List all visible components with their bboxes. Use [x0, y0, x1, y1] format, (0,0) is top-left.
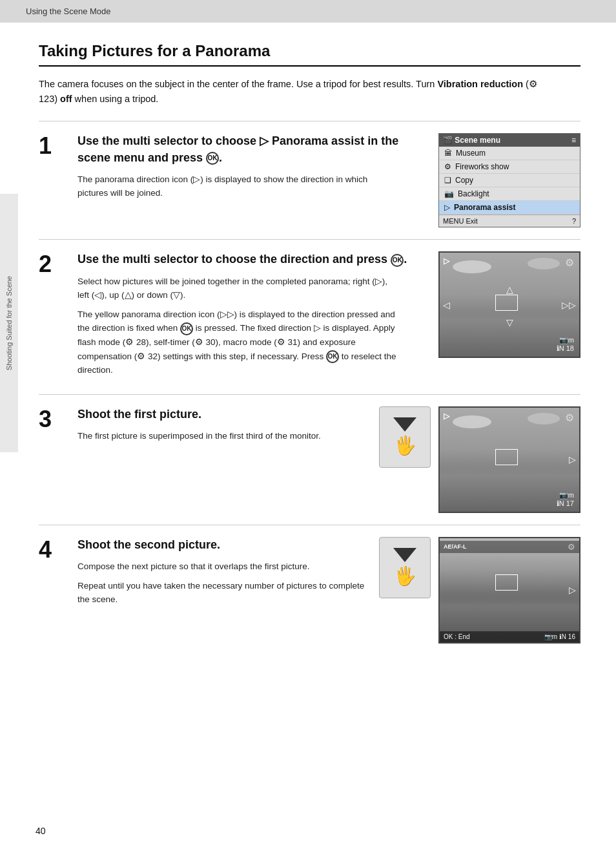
arrow-down-icon-4 [393, 548, 416, 562]
step-1-number: 1 [39, 134, 65, 227]
museum-icon: 🏛 [444, 149, 452, 158]
page-title: Taking Pictures for a Panorama [39, 42, 580, 67]
scene-menu-item-fireworks: ⚙ Fireworks show [439, 160, 580, 174]
step-4-heading: Shoot the second picture. [77, 537, 366, 553]
step-3: 3 Shoot the first picture. The first pic… [39, 394, 580, 525]
page-number: 40 [36, 826, 46, 836]
copy-icon: ❑ [444, 176, 451, 185]
counter-display-3: 📷m ℹN 17 [557, 491, 574, 508]
camera-screen-3: ▷ ⚙ ▷ 📷m ℹN 17 [438, 406, 580, 513]
counter-display-2: 📷m ℹN 18 [557, 336, 574, 353]
step-2-content: Use the multi selector to choose the dir… [77, 251, 413, 382]
ok-end-label: OK : End [444, 633, 470, 640]
fireworks-icon: ⚙ [444, 162, 451, 171]
scene-menu-item-copy: ❑ Copy [439, 174, 580, 187]
step-1: 1 Use the multi selector to choose ▷ Pan… [39, 121, 580, 239]
scene-menu-footer: MENU Exit ? [439, 215, 580, 227]
hand-icon: 🖐 [394, 435, 416, 456]
counter-display-4: 📷m ℹN 16 [544, 633, 575, 640]
breadcrumb: Using the Scene Mode [0, 0, 616, 23]
step-4: 4 Shoot the second picture. Compose the … [39, 525, 580, 655]
intro-bold: Vibration reduction [437, 79, 523, 89]
panorama-icon: ▷ [444, 203, 450, 212]
main-content: Taking Pictures for a Panorama The camer… [0, 23, 616, 675]
step-2-body: Select how pictures will be joined toget… [77, 275, 400, 377]
step-4-media: 🖐 AE/AF-L ⚙ ▷ OK : End 📷m ℹN 16 [379, 537, 580, 644]
panorama-marker-icon-3: ▷ [444, 412, 449, 421]
direction-arrow-4: ▷ [569, 585, 576, 595]
settings-icon: ⚙ [565, 257, 574, 269]
scene-menu-title: 🎬 Scene menu ≡ [439, 134, 580, 147]
scene-menu: 🎬 Scene menu ≡ 🏛 Museum ⚙ Fireworks show… [438, 133, 580, 227]
step-2-images: ▷ ⚙ △ ◁ ▷▷ ▽ 📷m ℹN 18 [426, 251, 580, 382]
focus-bracket [495, 295, 518, 311]
scene-menu-item-backlight: 📷 Backlight [439, 187, 580, 201]
step-3-heading: Shoot the first picture. [77, 406, 366, 423]
ae-af-label: AE/AF-L [444, 543, 467, 550]
panorama-marker-icon: ▷ [444, 257, 449, 266]
side-label: Shooting Suited for the Scene [0, 194, 18, 452]
focus-bracket-4 [495, 574, 518, 591]
step-4-number: 4 [39, 538, 65, 644]
arrow-down-icon [393, 417, 416, 432]
step-1-content: Use the multi selector to choose ▷ Panor… [77, 133, 413, 227]
scene-menu-item-museum: 🏛 Museum [439, 147, 580, 160]
step-4-body: Compose the next picture so that it over… [77, 560, 366, 607]
step-3-media: 🖐 ▷ ⚙ ▷ 📷m ℹN 17 [379, 406, 580, 513]
intro-end: when using a tripod. [72, 94, 159, 104]
camera-screen-4: AE/AF-L ⚙ ▷ OK : End 📷m ℹN 16 [438, 537, 580, 644]
step-1-body: The panorama direction icon (▷) is displ… [77, 173, 400, 200]
step-3-body: The first picture is superimposed in the… [77, 429, 366, 443]
settings-icon-4: ⚙ [568, 542, 575, 552]
intro-paragraph: The camera focuses on the subject in the… [39, 77, 555, 107]
camera-screen-2: ▷ ⚙ △ ◁ ▷▷ ▽ 📷m ℹN 18 [438, 251, 580, 358]
focus-bracket-3 [495, 449, 518, 465]
step-2: 2 Use the multi selector to choose the d… [39, 239, 580, 393]
intro-text-plain: The camera focuses on the subject in the… [39, 79, 437, 89]
step-1-images: 🎬 Scene menu ≡ 🏛 Museum ⚙ Fireworks show… [426, 133, 580, 227]
backlight-icon: 📷 [444, 189, 454, 198]
direction-arrow-3: ▷ [569, 454, 576, 465]
step-4-content: Shoot the second picture. Compose the ne… [77, 537, 366, 644]
shutter-button-4: 🖐 [379, 537, 431, 598]
hand-icon-4: 🖐 [394, 565, 416, 587]
step-2-heading: Use the multi selector to choose the dir… [77, 251, 413, 267]
step-2-number: 2 [39, 253, 65, 382]
settings-icon-3: ⚙ [565, 412, 574, 424]
intro-off: off [60, 94, 72, 104]
step-1-heading: Use the multi selector to choose ▷ Panor… [77, 133, 413, 165]
scene-menu-item-panorama: ▷ Panorama assist [439, 201, 580, 215]
step-3-number: 3 [39, 408, 65, 513]
shutter-button-3: 🖐 [379, 406, 431, 468]
step-3-content: Shoot the first picture. The first pictu… [77, 406, 366, 513]
